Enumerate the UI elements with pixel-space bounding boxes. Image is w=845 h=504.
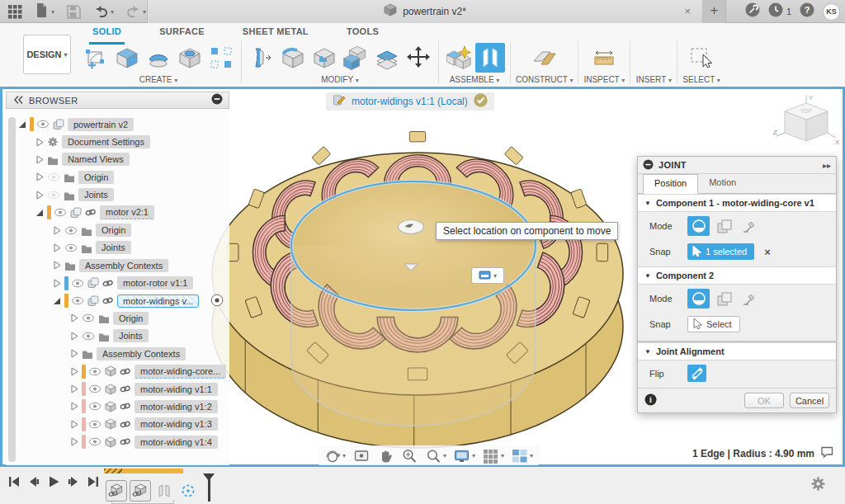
look-at-icon[interactable]: [353, 448, 370, 464]
combine-icon[interactable]: [341, 43, 371, 73]
tree-item-label[interactable]: Origin: [96, 224, 131, 237]
caret-expanded-icon[interactable]: [35, 208, 44, 217]
caret-collapsed-icon[interactable]: [52, 261, 61, 270]
mode-simple-icon[interactable]: [687, 289, 710, 309]
eye-icon[interactable]: [88, 367, 101, 376]
tree-item-label[interactable]: Document Settings: [62, 135, 150, 148]
tree-item-label[interactable]: motor-widing-core...: [135, 365, 226, 379]
dialog-tab-position[interactable]: Position: [643, 174, 698, 194]
tree-item-label[interactable]: motor v2:1: [100, 205, 154, 219]
shell-icon[interactable]: [309, 43, 339, 73]
tree-row-origin[interactable]: Origin: [6, 221, 229, 238]
press-pull-icon[interactable]: [247, 43, 276, 73]
caret-collapsed-icon[interactable]: [35, 172, 44, 181]
tree-item-label[interactable]: Named Views: [62, 153, 130, 166]
dialog-minimize-icon[interactable]: [643, 159, 654, 172]
skip-start-icon[interactable]: [8, 476, 20, 491]
check-icon[interactable]: [474, 93, 488, 111]
new-component-icon[interactable]: [444, 43, 474, 73]
pan-icon[interactable]: [377, 448, 394, 464]
tree-row-motor-rotor-v1-1[interactable]: motor-rotor v1:1: [6, 275, 229, 292]
measure-icon[interactable]: [589, 43, 619, 73]
tree-item-label[interactable]: motor-widing v1:3: [135, 417, 218, 431]
eye-icon[interactable]: [36, 120, 50, 129]
notification-clock-icon[interactable]: [768, 2, 783, 21]
orbit-icon[interactable]: ▾: [324, 448, 346, 464]
tree-item-label[interactable]: motor-widing v1:4: [135, 436, 218, 449]
dialog-tab-motion[interactable]: Motion: [698, 174, 747, 193]
redo-button[interactable]: ▾: [125, 2, 146, 21]
tree-row-document-settings[interactable]: Document Settings: [6, 133, 229, 150]
zoom-icon[interactable]: [401, 448, 418, 464]
tree-item-label[interactable]: motor-widings v...: [117, 294, 199, 308]
viewports-icon[interactable]: ▾: [512, 448, 533, 464]
tree-item-label[interactable]: Joints: [96, 241, 131, 254]
joint-icon[interactable]: [475, 43, 505, 73]
app-grid-icon[interactable]: [8, 5, 22, 19]
extrude-icon[interactable]: [112, 43, 142, 73]
mode-simple-icon[interactable]: [687, 216, 710, 236]
extensions-icon[interactable]: [745, 2, 760, 21]
mode-brush-icon[interactable]: [739, 216, 761, 236]
undo-button[interactable]: ▾: [93, 2, 114, 21]
caret-collapsed-icon[interactable]: [69, 332, 78, 341]
caret-collapsed-icon[interactable]: [35, 191, 44, 200]
ribbon-group-label[interactable]: INSPECT ▾: [583, 75, 625, 84]
revolve-icon[interactable]: [144, 43, 173, 73]
timeline-feature-joint[interactable]: [153, 480, 175, 502]
workspace-switcher[interactable]: DESIGN▾: [23, 35, 71, 74]
ribbon-group-label[interactable]: CONSTRUCT ▾: [516, 75, 573, 84]
eye-icon[interactable]: [88, 402, 101, 411]
tree-item-label[interactable]: motor-widing v1:1: [135, 383, 218, 396]
info-icon[interactable]: i: [644, 393, 657, 407]
caret-collapsed-icon[interactable]: [69, 437, 78, 446]
tree-row-motor-widing-v1-3[interactable]: motor-widing v1:3: [6, 416, 229, 433]
caret-collapsed-icon[interactable]: [69, 367, 78, 376]
caret-collapsed-icon[interactable]: [52, 226, 61, 235]
mode-between-icon[interactable]: [713, 216, 735, 236]
tree-item-label[interactable]: Assembly Contexts: [79, 259, 168, 272]
caret-expanded-icon[interactable]: [52, 296, 61, 305]
tree-row-motor-widing-v1-1[interactable]: motor-widing v1:1: [6, 380, 229, 398]
eye-icon[interactable]: [64, 226, 78, 235]
pattern-icon[interactable]: [206, 43, 236, 73]
joint-origin-mode-button[interactable]: ▾: [471, 267, 504, 284]
tree-row-motor-widing-core[interactable]: motor-widing-core...: [6, 362, 229, 379]
ribbon-tab-tools[interactable]: TOOLS: [345, 26, 380, 41]
tree-row-joints[interactable]: Joints: [6, 186, 229, 204]
caret-collapsed-icon[interactable]: [52, 279, 61, 288]
eye-icon[interactable]: [64, 243, 78, 252]
tree-item-label[interactable]: motor-rotor v1:1: [117, 276, 193, 290]
caret-collapsed-icon[interactable]: [69, 420, 78, 429]
tree-item-label[interactable]: Joints: [78, 188, 114, 201]
component1-section-header[interactable]: ▼ Component 1 - motor-widing-core v1: [638, 194, 836, 212]
tree-row-assembly-contexts[interactable]: Assembly Contexts: [6, 345, 229, 362]
step-forward-icon[interactable]: [68, 476, 79, 491]
construct-plane-icon[interactable]: [530, 43, 559, 73]
move-icon[interactable]: [404, 43, 433, 73]
ribbon-group-label[interactable]: CREATE ▾: [139, 75, 178, 84]
current-op-icon[interactable]: [177, 480, 199, 502]
settings-gear-icon[interactable]: [811, 477, 825, 494]
caret-collapsed-icon[interactable]: [35, 138, 44, 147]
tree-item-label[interactable]: Assembly Contexts: [97, 347, 186, 360]
play-icon[interactable]: [48, 476, 59, 491]
cancel-button[interactable]: Cancel: [790, 393, 829, 408]
panel-minimize-icon[interactable]: [211, 93, 223, 108]
fit-icon[interactable]: ▾: [425, 448, 446, 464]
joint-alignment-section-header[interactable]: ▼ Joint Alignment: [638, 342, 836, 360]
edit-in-place-label[interactable]: motor-widings v1:1 (Local): [352, 96, 468, 107]
caret-collapsed-icon[interactable]: [69, 384, 78, 393]
sketch-icon[interactable]: [81, 43, 111, 73]
eye-icon[interactable]: [88, 384, 101, 393]
eye-icon[interactable]: [82, 332, 95, 341]
tree-row-joints[interactable]: Joints: [6, 239, 229, 257]
tree-row-motor-widings-v[interactable]: motor-widings v...: [6, 292, 229, 309]
caret-collapsed-icon[interactable]: [69, 313, 78, 323]
document-tab[interactable]: powertrain v2* ×: [147, 0, 703, 23]
avatar[interactable]: KS: [823, 3, 840, 21]
snap-selected-button[interactable]: 1 selected: [687, 243, 754, 260]
close-icon[interactable]: ×: [684, 5, 691, 17]
tree-row-motor-v2-1[interactable]: motor v2:1: [6, 204, 229, 221]
caret-collapsed-icon[interactable]: [69, 402, 78, 411]
